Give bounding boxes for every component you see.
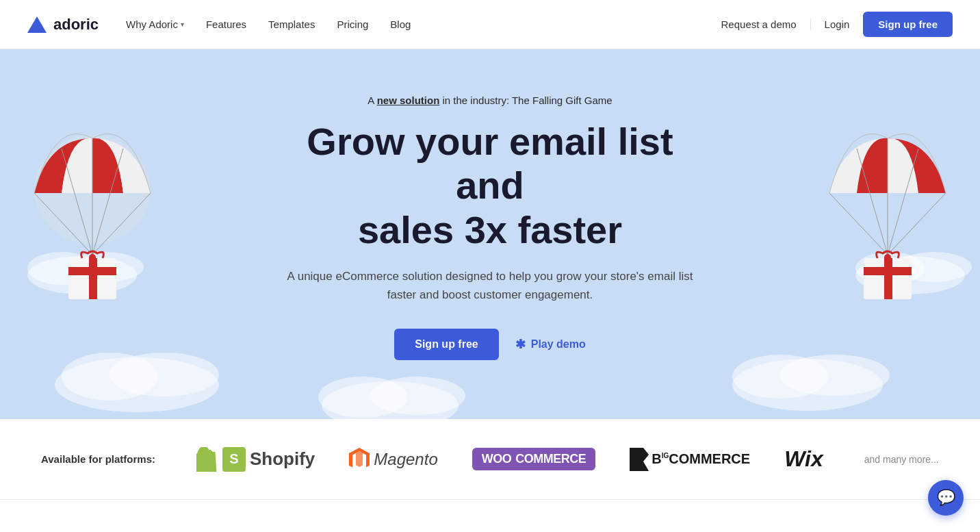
bigcommerce-logo: BIGCOMMERCE — [630, 448, 750, 471]
hero-title: Grow your email list and sales 3x faster — [278, 120, 702, 252]
hero-signup-button[interactable]: Sign up free — [394, 329, 498, 360]
announcement-underline: new solution — [377, 94, 440, 106]
svg-point-8 — [732, 355, 828, 398]
commerce-text: COMMERCE — [515, 452, 586, 466]
magento-icon — [349, 448, 370, 471]
svg-text:S: S — [229, 451, 238, 466]
request-demo-link[interactable]: Request a demo — [721, 18, 811, 30]
svg-point-3 — [109, 353, 219, 396]
navbar: adoric Why Adoric ▾ Features Templates P… — [0, 0, 980, 49]
nav-features[interactable]: Features — [206, 18, 246, 30]
and-more-text: and many more... — [864, 454, 939, 465]
navbar-left: adoric Why Adoric ▾ Features Templates P… — [27, 16, 411, 34]
chevron-down-icon: ▾ — [181, 21, 184, 28]
hero-subtitle: A unique eCommerce solution designed to … — [278, 267, 702, 304]
hero-announcement: A new solution in the industry: The Fall… — [278, 94, 702, 106]
svg-marker-40 — [356, 451, 363, 467]
svg-point-4 — [322, 381, 459, 419]
chat-icon: 💬 — [937, 489, 955, 500]
logo-icon — [27, 16, 47, 33]
svg-point-6 — [370, 377, 465, 415]
platforms-logos: S Shopify Magento WOO COMMERCE BIGCOMMER… — [196, 446, 939, 472]
platforms-label: Available for platforms: — [41, 453, 155, 465]
svg-point-9 — [780, 355, 890, 396]
nav-pricing[interactable]: Pricing — [337, 18, 368, 30]
woo-text: WOO — [482, 452, 512, 466]
svg-rect-24 — [89, 258, 97, 299]
hero-demo-button[interactable]: ✱ Play demo — [515, 337, 586, 352]
parachute-right — [823, 131, 953, 312]
shopify-icon — [196, 447, 218, 472]
magento-text: Magento — [374, 450, 437, 469]
nav-blog[interactable]: Blog — [390, 18, 411, 30]
cursor-icon: ✱ — [515, 337, 526, 352]
svg-marker-41 — [630, 448, 649, 471]
nav-templates[interactable]: Templates — [268, 18, 315, 30]
magento-logo: Magento — [349, 448, 437, 471]
hero-section: A new solution in the industry: The Fall… — [0, 49, 980, 419]
platforms-section: Available for platforms: S Shopify Magen… — [0, 419, 980, 500]
login-button[interactable]: Login — [825, 18, 850, 30]
svg-point-26 — [89, 254, 96, 261]
logo-text: adoric — [53, 16, 99, 34]
signup-button[interactable]: Sign up free — [863, 12, 953, 37]
parachute-left — [27, 131, 157, 312]
woocommerce-logo: WOO COMMERCE — [472, 448, 596, 470]
big-text: BIGCOMMERCE — [652, 451, 750, 467]
nav-menu: Why Adoric ▾ Features Templates Pricing … — [126, 18, 411, 30]
shopify-text: Shopify — [250, 448, 315, 470]
svg-point-7 — [732, 359, 883, 411]
shopify-logo: S Shopify — [196, 447, 315, 472]
nav-why-adoric[interactable]: Why Adoric ▾ — [126, 18, 184, 30]
hero-actions: Sign up free ✱ Play demo — [278, 329, 702, 360]
svg-point-5 — [318, 377, 407, 418]
wix-text: Wix — [784, 446, 823, 472]
shopify-bag-icon: S — [222, 447, 246, 472]
svg-point-2 — [62, 353, 157, 401]
svg-point-36 — [884, 254, 891, 261]
bigcommerce-icon — [630, 448, 649, 471]
navbar-right: Request a demo Login Sign up free — [721, 12, 953, 37]
svg-rect-34 — [884, 258, 892, 299]
logo[interactable]: adoric — [27, 16, 99, 34]
svg-rect-25 — [68, 267, 116, 275]
hero-content: A new solution in the industry: The Fall… — [278, 94, 702, 361]
svg-point-1 — [55, 357, 219, 412]
svg-rect-35 — [864, 267, 912, 275]
wix-logo: Wix — [784, 446, 823, 472]
